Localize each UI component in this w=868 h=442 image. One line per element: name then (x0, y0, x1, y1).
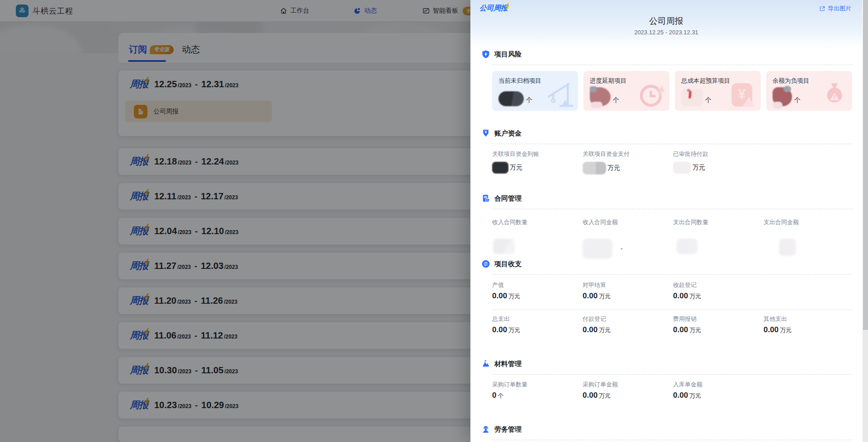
risk-unit: 个 (705, 96, 711, 106)
stat-unit: 万元 (599, 292, 611, 301)
redacted-value (677, 239, 697, 254)
section-project-risk: 项目风险 当前未归档项目 个 (481, 49, 852, 111)
stat-funds-approved-pending: 已审批待付款 万元 (673, 150, 764, 174)
panel-date-range: 2023.12.25 - 2023.12.31 (470, 29, 862, 36)
stat-value: 0.00 (583, 391, 598, 400)
panel-title: 公司周报 (470, 15, 862, 27)
dashed-divider (492, 440, 852, 440)
risk-card-unarchived: 当前未归档项目 个 (492, 71, 578, 111)
svg-text:¥: ¥ (485, 130, 487, 134)
redacted-value (583, 239, 612, 259)
stat-unit: 万元 (508, 292, 520, 301)
section-title: 项目收支 (494, 260, 522, 268)
section-account-funds: ¥ 账户资金 关联项目资金到账 万元 关联项目资金支付 万元 (481, 128, 852, 174)
dashed-divider (492, 65, 852, 65)
scrollbar-thumb[interactable] (863, 0, 868, 330)
stat-label: 关联项目资金到账 (492, 150, 583, 158)
stat-value: 0.00 (673, 292, 688, 301)
stat-unit: 万元 (689, 292, 701, 301)
dashed-divider (492, 310, 852, 310)
clock-icon (635, 80, 667, 110)
redacted-value (492, 162, 508, 174)
export-icon (819, 5, 825, 12)
crane-icon (542, 80, 575, 110)
stat-value: 0.00 (673, 391, 688, 400)
worker-icon (481, 425, 490, 434)
export-image-label: 导出图片 (828, 5, 851, 13)
dashed-divider (492, 209, 852, 209)
stat-value: 0 (492, 391, 496, 400)
risk-unit: 个 (613, 96, 619, 106)
redacted-value (498, 91, 524, 106)
stat-inbound-amount: 入库单金额 0.00万元 (673, 381, 764, 402)
risk-card-over-budget: 总成本超预算项目 个 ¥ (675, 71, 761, 111)
moneybag-warning-icon (820, 80, 849, 110)
stat-label: 已审批待付款 (673, 150, 764, 158)
yen-icon: ¥ (728, 80, 758, 110)
stat-unit: 万元 (510, 164, 522, 172)
stat-receipt-register: 收款登记 0.00万元 (673, 281, 764, 302)
risk-unit: 个 (794, 96, 801, 106)
stat-label: 支出合同金额 (764, 218, 854, 226)
section-title: 劳务管理 (494, 425, 522, 434)
redacted-value (493, 239, 515, 254)
redacted-value (673, 162, 691, 174)
stat-unit: 万元 (780, 326, 792, 334)
overlay-scrim[interactable] (0, 0, 470, 442)
shield-bolt-icon (481, 50, 490, 59)
stat-owner-settlement: 对甲结算 0.00万元 (583, 281, 673, 302)
stat-unit: 万元 (599, 326, 611, 334)
panel-brand-logo: 公司周报 (479, 4, 508, 13)
risk-unit: 个 (526, 96, 532, 106)
stat-label: 关联项目资金支付 (583, 150, 673, 158)
stat-value: 0.00 (492, 292, 507, 301)
section-title: 项目风险 (494, 50, 522, 59)
stat-purchase-order-amount: 采购订单金额 0.00万元 (583, 381, 673, 402)
stat-total-expense: 总支出 0.00万元 (492, 315, 583, 336)
stat-label: 收入合同金额 (583, 218, 673, 226)
bolt-icon (505, 3, 510, 10)
stat-unit: 万元 (599, 392, 611, 400)
section-title: 材料管理 (494, 360, 522, 368)
dashed-divider (492, 144, 852, 144)
stat-value: 0.00 (492, 325, 507, 334)
stat-unit: 万元 (607, 164, 620, 172)
dashed-divider (492, 274, 852, 275)
export-image-button[interactable]: 导出图片 (819, 5, 851, 13)
company-weekly-report-panel: 公司周报 导出图片 公司周报 2023.12.25 - 2023.12.31 项… (470, 0, 862, 442)
stat-unit: 万元 (693, 164, 705, 172)
section-contract-management: 合同管理 收入合同数量 收入合同金额 支出合同数量 支出合同金额 - (481, 193, 852, 261)
stat-value: 0.00 (583, 325, 598, 334)
section-title: 合同管理 (494, 194, 522, 203)
section-title: 账户资金 (494, 129, 522, 138)
exchange-icon (481, 259, 490, 268)
stat-label: 收入合同数量 (492, 218, 583, 226)
app-root: 斗栱云工程 工作台 动态 智能看板 专业版 (0, 0, 868, 442)
dashed-divider (492, 374, 852, 375)
stat-other-expense: 其他支出 0.00万元 (764, 315, 854, 336)
redacted-value (583, 162, 606, 174)
section-material-management: 材料管理 采购订单数量 0个 采购订单金额 0.00万元 入库单金额 0.00万… (481, 358, 852, 402)
svg-text:¥: ¥ (738, 86, 746, 102)
stat-unit: 万元 (689, 392, 701, 400)
stat-unit: 个 (498, 392, 503, 400)
stat-funds-received: 关联项目资金到账 万元 (492, 150, 583, 174)
stat-value: 0.00 (583, 292, 598, 301)
dash-value: - (621, 245, 623, 252)
contract-doc-icon (481, 194, 490, 203)
stat-purchase-order-count: 采购订单数量 0个 (492, 381, 583, 402)
stat-value: 0.00 (673, 325, 688, 334)
risk-card-delayed: 进度延期项目 个 (583, 71, 669, 111)
redacted-value (773, 87, 792, 106)
stat-label: 支出合同数量 (673, 218, 764, 226)
stat-output-value: 产值 0.00万元 (492, 281, 583, 302)
stat-funds-paid: 关联项目资金支付 万元 (583, 150, 673, 174)
redacted-value (590, 87, 611, 106)
stat-value: 0.00 (764, 325, 778, 334)
stat-payment-register: 付款登记 0.00万元 (583, 315, 673, 336)
section-project-income-expense: 项目收支 产值 0.00万元 对甲结算 0.00万元 收款登记 0.00万元 (481, 259, 852, 336)
scrollbar[interactable] (862, 0, 868, 442)
stat-unit: 万元 (508, 326, 520, 334)
risk-card-negative-balance: 余额为负项目 个 (766, 71, 852, 111)
section-labor-management: 劳务管理 (481, 424, 852, 440)
